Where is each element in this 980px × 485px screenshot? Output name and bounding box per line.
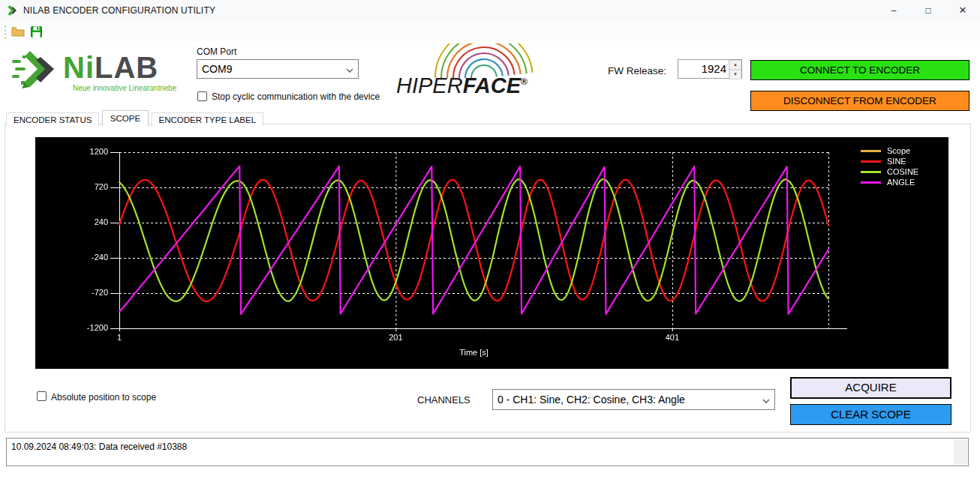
- absolute-position-checkbox[interactable]: [37, 391, 47, 401]
- connect-button[interactable]: CONNECT TO ENCODER: [750, 60, 969, 80]
- legend-item-scope: Scope: [861, 145, 918, 156]
- legend-swatch-sine: [861, 160, 881, 163]
- legend-label-angle: ANGLE: [887, 178, 915, 187]
- fw-release-spin-buttons: ▲ ▼: [729, 60, 741, 78]
- save-disk-icon: [31, 26, 42, 37]
- legend-label-scope: Scope: [887, 146, 910, 155]
- legend-item-sine: SINE: [861, 156, 918, 166]
- logo-text-green: Ni: [63, 51, 95, 84]
- scope-chart-canvas: [35, 137, 948, 369]
- channels-select[interactable]: 0 - CH1: Sine, CH2: Cosine, CH3: Angle: [492, 389, 775, 410]
- tab-scope[interactable]: SCOPE: [102, 110, 149, 127]
- disconnect-button[interactable]: DISCONNECT FROM ENCODER: [750, 91, 969, 111]
- open-folder-icon: [11, 26, 25, 37]
- status-scrollbar[interactable]: [954, 439, 967, 465]
- status-log-box: 10.09.2024 08:49:03: Data received #1038…: [6, 438, 969, 466]
- status-message: 10.09.2024 08:49:03: Data received #1038…: [11, 442, 187, 452]
- logo-text-dark: LAB: [95, 51, 158, 84]
- fw-release-label: FW Release:: [608, 65, 666, 76]
- channels-label: CHANNELS: [417, 394, 470, 406]
- legend-swatch-angle: [861, 181, 881, 184]
- nilab-logo-icon: [11, 49, 60, 90]
- com-port-value: COM9: [197, 63, 341, 75]
- chevron-down-icon: [341, 62, 358, 76]
- tab-encoder-type-label[interactable]: ENCODER TYPE LABEL: [152, 112, 264, 126]
- hiperface-registered-mark: ®: [521, 76, 528, 87]
- com-port-select[interactable]: COM9: [197, 59, 359, 79]
- scope-chart-panel: Scope SINE COSINE ANGLE: [35, 137, 948, 369]
- nilab-logo-tagline: Neue innovative Linearantriebe: [73, 84, 176, 92]
- acquire-button[interactable]: ACQUIRE: [790, 377, 951, 399]
- channels-value: 0 - CH1: Sine, CH2: Cosine, CH3: Angle: [493, 394, 758, 406]
- tab-encoder-status[interactable]: ENCODER STATUS: [6, 112, 99, 126]
- toolbar: [0, 21, 980, 41]
- stop-cyclic-label: Stop cyclic communication with the devic…: [212, 91, 380, 102]
- minimize-icon[interactable]: –: [876, 0, 911, 21]
- spin-down-icon[interactable]: ▼: [729, 70, 741, 79]
- chevron-down-icon: [758, 393, 774, 406]
- open-file-button[interactable]: [10, 23, 26, 40]
- maximize-icon[interactable]: □: [911, 0, 945, 21]
- toolbar-grip[interactable]: [4, 25, 7, 38]
- absolute-position-label: Absolute position to scope: [51, 392, 156, 403]
- hiperface-text-regular: HIPER: [396, 73, 463, 97]
- legend-label-cosine: COSINE: [887, 167, 918, 176]
- legend-label-sine: SINE: [887, 157, 906, 166]
- close-icon[interactable]: ✕: [945, 0, 980, 21]
- com-port-label: COM Port: [197, 46, 236, 57]
- hiperface-logo: HIPERFACE®: [396, 45, 546, 99]
- scope-tab-page: Scope SINE COSINE ANGLE Absolute positio…: [5, 124, 971, 433]
- fw-release-value[interactable]: 1924: [678, 60, 729, 78]
- clear-scope-button[interactable]: CLEAR SCOPE: [790, 404, 951, 425]
- title-bar: NILAB ENCODER CONFIGURATION UTILITY – □ …: [0, 0, 980, 21]
- legend-swatch-cosine: [861, 171, 881, 173]
- chart-legend: Scope SINE COSINE ANGLE: [861, 145, 918, 187]
- legend-swatch-scope: [861, 150, 881, 152]
- spin-up-icon[interactable]: ▲: [729, 60, 741, 70]
- hiperface-logo-text: HIPERFACE®: [396, 73, 528, 98]
- hiperface-text-bold: FACE: [463, 73, 521, 97]
- app-window: NILAB ENCODER CONFIGURATION UTILITY – □ …: [0, 0, 980, 485]
- legend-item-angle: ANGLE: [861, 177, 918, 187]
- stop-cyclic-checkbox[interactable]: [197, 91, 207, 101]
- nilab-logo-text: NiLAB: [63, 51, 158, 85]
- fw-release-spinner[interactable]: 1924 ▲ ▼: [678, 59, 742, 79]
- window-title: NILAB ENCODER CONFIGURATION UTILITY: [23, 5, 215, 16]
- legend-item-cosine: COSINE: [861, 166, 918, 177]
- app-icon: [7, 4, 19, 16]
- tab-strip: ENCODER STATUS SCOPE ENCODER TYPE LABEL: [6, 109, 263, 125]
- save-button[interactable]: [28, 23, 44, 40]
